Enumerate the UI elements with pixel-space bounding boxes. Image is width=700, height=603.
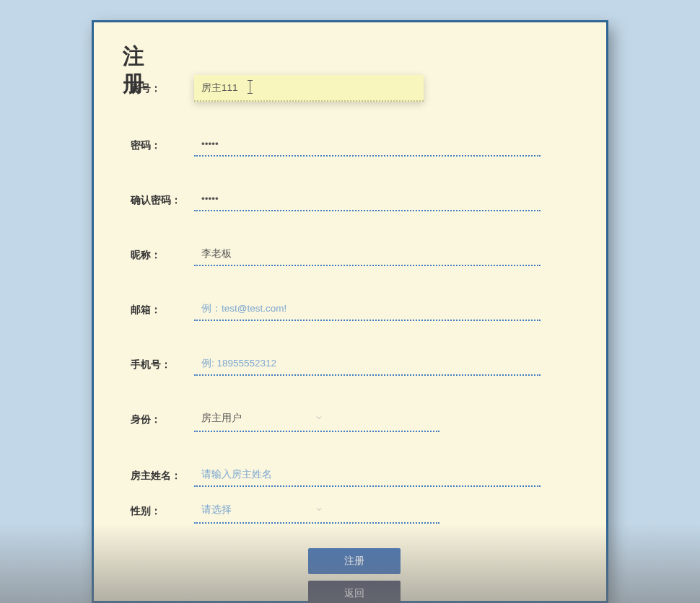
submit-button[interactable]: 注册 (308, 548, 401, 574)
phone-field-wrap (194, 351, 541, 376)
password-field-wrap (194, 132, 541, 157)
row-owner-name: 房主姓名： (131, 462, 577, 487)
chevron-down-icon[interactable] (315, 504, 323, 516)
back-button[interactable]: 返回 (308, 581, 401, 603)
label-account: 账号： (131, 75, 194, 95)
owner-name-input[interactable] (197, 469, 538, 480)
row-role: 身份： 房主用户 (131, 406, 577, 432)
confirm-field[interactable] (194, 187, 541, 211)
row-phone: 手机号： (131, 351, 577, 376)
button-group: 注册 返回 (131, 548, 577, 603)
register-form: 账号： 密码： 确认密码： (123, 75, 577, 603)
row-nickname: 昵称： (131, 242, 577, 267)
gender-field-wrap: 请选择 (194, 498, 541, 524)
phone-input[interactable] (197, 358, 538, 369)
label-password: 密码： (131, 132, 194, 152)
owner-name-field[interactable] (194, 462, 541, 487)
email-input[interactable] (197, 303, 538, 314)
chevron-down-icon[interactable] (315, 413, 323, 424)
role-value: 房主用户 (197, 412, 315, 425)
email-field[interactable] (194, 296, 541, 321)
account-field-wrap (194, 75, 424, 102)
password-field[interactable] (194, 132, 541, 157)
password-input[interactable] (197, 138, 538, 149)
confirm-input[interactable] (197, 193, 538, 204)
label-owner-name: 房主姓名： (131, 462, 194, 483)
account-input[interactable] (201, 83, 416, 94)
gender-placeholder: 请选择 (197, 503, 315, 516)
row-email: 邮箱： (131, 296, 577, 321)
gender-select[interactable]: 请选择 (194, 498, 439, 524)
nickname-field-wrap (194, 242, 541, 267)
role-field-wrap: 房主用户 (194, 406, 541, 432)
label-nickname: 昵称： (131, 242, 194, 262)
email-field-wrap (194, 296, 541, 321)
nickname-field[interactable] (194, 242, 541, 267)
row-gender: 性别： 请选择 (131, 498, 577, 524)
register-card: 注册 账号： 密码： 确认密码： (92, 20, 608, 603)
role-select-inner: 房主用户 (197, 412, 323, 425)
nickname-input[interactable] (197, 248, 538, 259)
row-confirm: 确认密码： (131, 187, 577, 211)
label-confirm: 确认密码： (131, 187, 194, 207)
owner-name-field-wrap (194, 462, 541, 487)
confirm-field-wrap (194, 187, 541, 211)
phone-field[interactable] (194, 351, 541, 376)
account-autofill-box[interactable] (194, 75, 424, 102)
label-phone: 手机号： (131, 351, 194, 371)
row-account: 账号： (131, 75, 577, 102)
label-gender: 性别： (131, 498, 194, 518)
role-select[interactable]: 房主用户 (194, 406, 439, 432)
gender-select-inner: 请选择 (197, 503, 323, 516)
label-email: 邮箱： (131, 296, 194, 317)
row-password: 密码： (131, 132, 577, 157)
label-role: 身份： (131, 406, 194, 426)
